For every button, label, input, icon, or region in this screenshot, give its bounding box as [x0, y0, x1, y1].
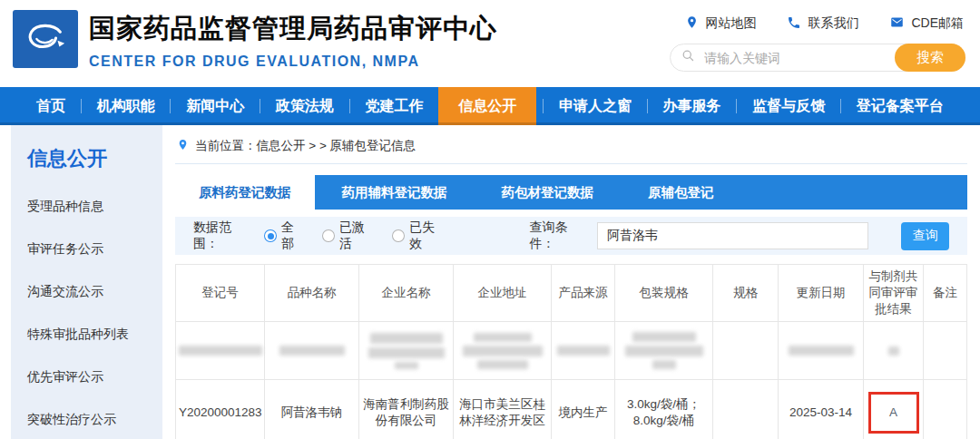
nav-divider	[81, 99, 82, 113]
radio-all-label: 全部	[281, 220, 306, 252]
nav-divider	[647, 99, 648, 113]
sidebar-item-communication[interactable]: 沟通交流公示	[27, 284, 162, 300]
redacted-cell	[779, 322, 864, 380]
swirl-fish-icon	[19, 15, 72, 63]
nav-item-policies[interactable]: 政策法规	[267, 87, 343, 125]
sidebar-title: 信息公开	[27, 145, 162, 172]
query-condition-label: 查询条件：	[530, 220, 592, 252]
site-header: 国家药品监督管理局药品审评中心 CENTER FOR DRUG EVALUATI…	[0, 0, 980, 87]
sidebar-item-special-approval-list[interactable]: 特殊审批品种列表	[27, 327, 162, 343]
radio-circle-icon	[264, 229, 277, 242]
sidebar-item-breakthrough-therapy[interactable]: 突破性治疗公示	[27, 412, 162, 428]
nav-item-info-disclosure[interactable]: 信息公开	[438, 87, 536, 125]
tab-raw-aux-pack-registration[interactable]: 原辅包登记	[621, 175, 741, 210]
radio-expired-label: 已失效	[409, 220, 446, 252]
sidebar-item-priority-review[interactable]: 优先审评公示	[27, 369, 162, 385]
nav-item-registration-platform[interactable]: 登记备案平台	[848, 87, 953, 125]
column-header-update-date: 更新日期	[779, 265, 864, 322]
radio-all[interactable]: 全部	[264, 220, 306, 252]
column-header-packaging-spec: 包装规格	[615, 265, 713, 322]
data-tabs: 原料药登记数据 药用辅料登记数据 药包材登记数据 原辅包登记	[175, 175, 967, 210]
main-panel: 当前位置：信息公开 > > 原辅包登记信息 原料药登记数据 药用辅料登记数据 药…	[175, 125, 967, 439]
search-input[interactable]	[704, 51, 895, 65]
nav-item-party-building[interactable]: 党建工作	[357, 87, 433, 125]
red-highlight-box: A	[868, 392, 919, 434]
nav-item-supervision-feedback[interactable]: 监督与反馈	[743, 87, 834, 125]
radio-expired[interactable]: 已失效	[392, 220, 446, 252]
tab-api-registration-data[interactable]: 原料药登记数据	[175, 175, 315, 210]
nav-item-services[interactable]: 办事服务	[654, 87, 730, 125]
column-header-remarks: 备注	[924, 265, 967, 322]
nav-item-home[interactable]: 首页	[27, 87, 74, 125]
column-header-company-name: 企业名称	[359, 265, 454, 322]
cell-company-name: 海南普利制药股份有限公司	[359, 380, 454, 439]
column-header-variety-name: 品种名称	[265, 265, 359, 322]
table-header-row: 登记号 品种名称 企业名称 企业地址 产品来源 包装规格 规格 更新日期 与制剂…	[176, 265, 967, 322]
redacted-cell	[924, 322, 967, 380]
redacted-cell	[265, 322, 359, 380]
site-search: 搜索	[670, 44, 965, 72]
tab-excipient-registration-data[interactable]: 药用辅料登记数据	[315, 175, 475, 210]
redacted-cell	[864, 322, 924, 380]
nav-divider	[170, 99, 171, 113]
main-nav: 首页 机构职能 新闻中心 政策法规 党建工作 信息公开 申请人之窗 办事服务 监…	[0, 87, 980, 125]
table-row: Y20200001283 阿昔洛韦钠 海南普利制药股份有限公司 海口市美兰区桂林…	[176, 380, 967, 439]
sitemap-link[interactable]: 网站地图	[685, 15, 756, 33]
column-header-registration-no: 登记号	[176, 265, 265, 322]
search-icon	[681, 49, 695, 66]
mail-icon	[889, 15, 905, 32]
data-scope-label: 数据范围：	[193, 220, 255, 252]
query-condition-input[interactable]	[597, 222, 868, 249]
registration-table: 登记号 品种名称 企业名称 企业地址 产品来源 包装规格 规格 更新日期 与制剂…	[175, 264, 967, 439]
nav-divider	[543, 99, 544, 113]
phone-icon	[787, 15, 801, 33]
nav-divider	[840, 99, 841, 113]
scope-radio-group: 全部 已激活 已失效	[264, 220, 446, 252]
utility-links: 网站地图 联系我们 CDE邮箱	[685, 15, 964, 33]
redacted-cell	[176, 322, 265, 380]
filter-bar: 数据范围： 全部 已激活 已失效 查询条件： 查询	[175, 217, 967, 255]
cde-mail-link[interactable]: CDE邮箱	[889, 15, 964, 32]
sidebar-item-review-tasks[interactable]: 审评任务公示	[27, 241, 162, 258]
cell-spec	[713, 380, 779, 439]
redacted-cell	[359, 322, 454, 380]
search-button[interactable]: 搜索	[895, 44, 965, 72]
cell-company-address: 海口市美兰区桂林洋经济开发区	[454, 380, 552, 439]
contact-us-label: 联系我们	[808, 15, 858, 32]
column-header-joint-review-result: 与制剂共同审评审批结果	[864, 265, 924, 322]
sidebar-item-accepted-varieties[interactable]: 受理品种信息	[27, 199, 162, 215]
column-header-spec: 规格	[713, 265, 779, 322]
radio-circle-icon	[392, 229, 405, 242]
cell-remarks	[924, 380, 967, 439]
cde-mail-label: CDE邮箱	[911, 15, 964, 32]
table-row	[176, 322, 967, 380]
page-subtitle: CENTER FOR DRUG EVALUATION, NMPA	[89, 54, 497, 70]
breadcrumb: 当前位置：信息公开 > > 原辅包登记信息	[175, 125, 967, 164]
redacted-cell	[615, 322, 713, 380]
nav-item-applicant-window[interactable]: 申请人之窗	[550, 87, 641, 125]
nav-divider	[736, 99, 737, 113]
cde-logo	[13, 10, 78, 68]
radio-activated[interactable]: 已激活	[322, 220, 376, 252]
nav-item-functions[interactable]: 机构职能	[88, 87, 164, 125]
cell-joint-review-result: A	[864, 380, 924, 439]
query-button[interactable]: 查询	[901, 222, 949, 250]
cell-registration-no: Y20200001283	[176, 380, 265, 439]
nav-item-news[interactable]: 新闻中心	[177, 87, 253, 125]
page-title: 国家药品监督管理局药品审评中心	[89, 11, 497, 47]
redacted-cell	[713, 322, 779, 380]
joint-review-result-value: A	[889, 405, 897, 419]
nav-divider	[349, 99, 350, 113]
cell-packaging-spec: 3.0kg/袋/桶；8.0kg/袋/桶	[615, 380, 713, 439]
cell-variety-name: 阿昔洛韦钠	[265, 380, 359, 439]
radio-activated-label: 已激活	[339, 220, 377, 252]
location-pin-icon	[685, 15, 699, 33]
contact-us-link[interactable]: 联系我们	[787, 15, 858, 33]
nav-divider	[260, 99, 260, 113]
location-pin-icon	[177, 138, 189, 154]
column-header-product-source: 产品来源	[552, 265, 615, 322]
column-header-company-address: 企业地址	[454, 265, 552, 322]
redacted-cell	[454, 322, 552, 380]
tab-packaging-registration-data[interactable]: 药包材登记数据	[475, 175, 622, 210]
cell-update-date: 2025-03-14	[779, 380, 864, 439]
